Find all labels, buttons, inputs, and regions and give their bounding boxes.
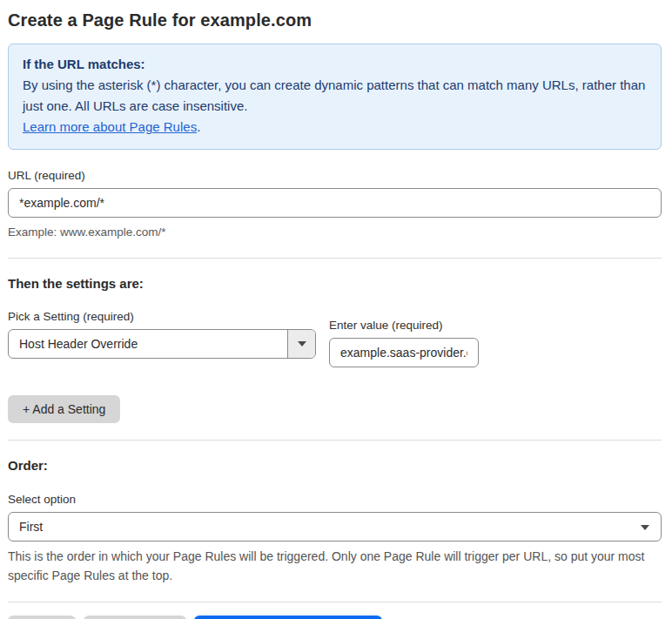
settings-row: Pick a Setting (required) Host Header Ov… [8,310,662,367]
save-as-draft-button[interactable]: Save as Draft [84,616,187,619]
setting-value-label: Enter value (required) [329,319,479,332]
order-section-heading: Order: [8,458,662,473]
divider-1 [8,258,662,259]
order-section: Order: Select option First This is the o… [8,458,662,585]
setting-value-input[interactable] [329,338,479,367]
page-title: Create a Page Rule for example.com [8,10,662,30]
cancel-button[interactable]: Cancel [8,616,76,619]
url-field-label: URL (required) [8,169,662,182]
setting-select-value: Host Header Override [9,337,287,351]
info-box-body: By using the asterisk (*) character, you… [23,75,647,117]
footer-actions: Cancel Save as Draft Save and Deploy Pag… [8,616,662,619]
setting-picker-label: Pick a Setting (required) [8,310,316,323]
link-period: . [197,119,200,134]
chevron-down-icon [641,525,649,530]
info-box-link-line: Learn more about Page Rules. [23,117,647,138]
order-select[interactable]: First [8,512,662,542]
order-select-value: First [9,520,661,534]
chevron-down-icon [298,341,306,347]
divider-2 [8,440,662,441]
setting-select[interactable]: Host Header Override [8,329,316,359]
divider-3 [8,602,662,602]
setting-picker-group: Pick a Setting (required) Host Header Ov… [8,310,316,359]
order-select-label: Select option [8,493,662,506]
order-helper-text: This is the order in which your Page Rul… [8,547,659,585]
page-rule-form: Create a Page Rule for example.com If th… [0,0,672,619]
url-input[interactable] [8,188,662,218]
save-and-deploy-button[interactable]: Save and Deploy Page Rule [194,616,382,619]
url-match-info-box: If the URL matches: By using the asteris… [8,44,662,150]
url-helper-text: Example: www.example.com/* [8,224,662,241]
setting-select-arrow-button[interactable] [287,330,315,358]
settings-section-heading: Then the settings are: [8,276,662,291]
setting-value-group: Enter value (required) [329,319,479,367]
learn-more-link[interactable]: Learn more about Page Rules [23,119,197,134]
add-setting-button[interactable]: + Add a Setting [8,395,120,423]
info-box-heading: If the URL matches: [23,54,647,75]
